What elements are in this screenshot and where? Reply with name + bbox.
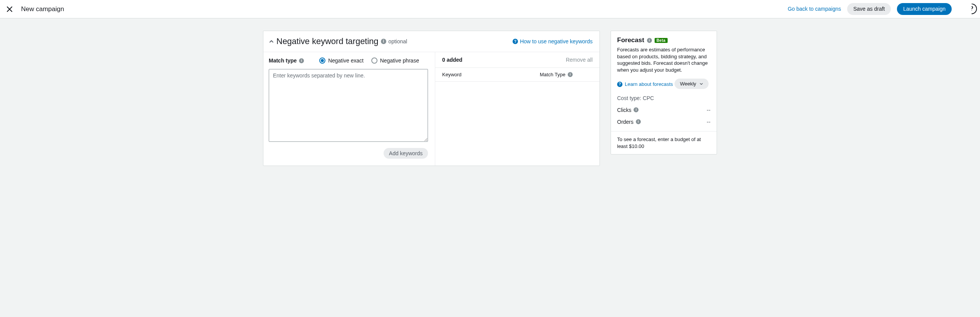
col-keyword: Keyword	[442, 72, 462, 77]
added-keywords-side: 0 added Remove all Keyword Match Type i	[435, 52, 599, 166]
chevron-up-icon[interactable]	[269, 39, 274, 44]
forecast-title-row: Forecast i Beta	[617, 36, 710, 44]
beta-badge: Beta	[655, 38, 668, 43]
orders-row: Orders i --	[617, 118, 710, 125]
learn-forecasts-link[interactable]: ? Learn about forecasts	[617, 81, 673, 87]
panel-body: Match type i Negative exact Negative phr…	[263, 52, 599, 166]
question-icon: ?	[513, 39, 518, 44]
orders-label: Orders i	[617, 119, 641, 125]
top-bar-left: New campaign	[7, 5, 64, 13]
radio-negative-exact[interactable]: Negative exact	[319, 57, 364, 64]
info-icon[interactable]: i	[636, 119, 641, 124]
keywords-textarea[interactable]	[269, 69, 428, 142]
orders-value: --	[707, 118, 710, 125]
save-draft-button[interactable]: Save as draft	[847, 3, 891, 15]
optional-label: optional	[389, 38, 407, 44]
col-match-type: Match Type i	[540, 72, 573, 77]
question-icon: ?	[617, 82, 622, 87]
add-keywords-button[interactable]: Add keywords	[384, 148, 428, 159]
radio-negative-phrase[interactable]: Negative phrase	[371, 57, 419, 64]
panel-header: Negative keyword targeting i optional ? …	[263, 31, 599, 52]
clicks-label: Clicks i	[617, 107, 639, 113]
added-columns: Keyword Match Type i	[435, 68, 599, 82]
help-icon[interactable]: ?	[966, 3, 977, 14]
clicks-row: Clicks i --	[617, 107, 710, 113]
info-icon[interactable]: i	[381, 39, 386, 44]
panel-header-left: Negative keyword targeting i optional	[269, 36, 407, 46]
section-title: Negative keyword targeting	[276, 36, 379, 46]
info-icon[interactable]: i	[568, 72, 573, 77]
keyword-entry-side: Match type i Negative exact Negative phr…	[263, 52, 435, 166]
forecast-sidebar: Forecast i Beta Forecasts are estimates …	[611, 31, 717, 154]
top-bar: New campaign Go back to campaigns Save a…	[0, 0, 980, 18]
close-icon[interactable]	[7, 6, 13, 12]
cost-type: Cost type: CPC	[617, 95, 710, 101]
top-bar-right: Go back to campaigns Save as draft Launc…	[788, 3, 972, 15]
info-icon[interactable]: i	[647, 38, 652, 43]
info-icon[interactable]: i	[299, 58, 304, 63]
info-icon[interactable]: i	[634, 107, 639, 112]
add-keywords-row: Add keywords	[269, 148, 428, 159]
back-to-campaigns-link[interactable]: Go back to campaigns	[788, 6, 841, 12]
added-count: 0 added	[442, 57, 462, 63]
match-type-row: Match type i Negative exact Negative phr…	[269, 57, 428, 64]
launch-campaign-button[interactable]: Launch campaign	[897, 3, 952, 15]
chevron-down-icon	[699, 82, 703, 86]
forecast-period-dropdown[interactable]: Weekly	[675, 79, 708, 89]
negative-keyword-panel: Negative keyword targeting i optional ? …	[263, 31, 600, 166]
forecast-title: Forecast	[617, 36, 644, 44]
match-type-label: Match type i	[269, 57, 304, 64]
forecast-description: Forecasts are estimates of performance b…	[617, 46, 710, 73]
clicks-value: --	[707, 107, 710, 113]
main-content: Negative keyword targeting i optional ? …	[0, 18, 980, 178]
added-header: 0 added Remove all	[435, 52, 599, 68]
forecast-footer: To see a forecast, enter a budget of at …	[611, 131, 717, 154]
remove-all-button[interactable]: Remove all	[566, 57, 593, 63]
match-type-radio-group: Negative exact Negative phrase	[319, 57, 419, 64]
how-to-link[interactable]: ? How to use negative keywords	[513, 38, 593, 44]
page-title: New campaign	[21, 5, 64, 13]
forecast-card: Forecast i Beta Forecasts are estimates …	[611, 31, 717, 154]
how-to-text: How to use negative keywords	[520, 38, 593, 44]
